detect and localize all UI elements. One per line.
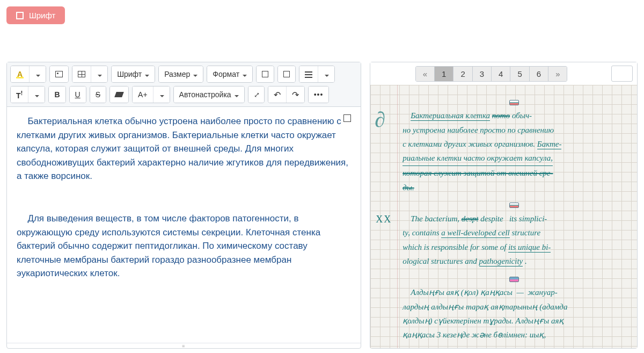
table-icon <box>78 71 85 77</box>
text-color-button[interactable]: A <box>11 66 30 82</box>
caret-icon <box>233 90 239 99</box>
paragraph-2: Для выведения веществ, в том числе факто… <box>17 212 351 280</box>
dots-icon <box>314 90 324 99</box>
font-family-button[interactable]: Шрифт <box>112 66 155 82</box>
paragraph-1: Бактериальная клетка обычно устроена наи… <box>17 114 351 183</box>
editor-toolbar: A Шрифт Размер Формат <box>7 62 361 107</box>
box-button-1[interactable] <box>257 66 274 82</box>
redo-button[interactable] <box>287 87 304 103</box>
hw-line: ды. <box>402 181 625 194</box>
font-label: Шрифт <box>117 70 142 78</box>
hw-line: но устроена наиболее просто по сравнению <box>402 123 625 137</box>
hw-line: Бактериальная клетка пото обыч- <box>402 109 625 123</box>
margin-mark: XX <box>376 211 392 228</box>
underline-button[interactable]: U <box>70 87 86 103</box>
font-top-button[interactable]: Шрифт <box>6 6 65 24</box>
font-size-step-button[interactable]: A+ <box>133 87 153 103</box>
hw-line: қолдың) сүйектерінен тұрады. Алдыңғы аяқ <box>402 314 625 328</box>
pager-next[interactable]: » <box>548 67 567 81</box>
pager-prev[interactable]: « <box>416 67 435 81</box>
box-button-2[interactable] <box>278 66 295 82</box>
caret-icon <box>324 70 329 78</box>
text-format-dropdown[interactable] <box>28 87 45 103</box>
pager: « 1 2 3 4 5 6 » <box>370 62 637 85</box>
hw-line: Алдыңғы аяқ (қол) қаңқасы — жануар- <box>402 285 625 299</box>
hw-line: қаңқасы 3 кезеңде және бөлімнен: иық, <box>402 328 625 342</box>
fullscreen-button[interactable]: ⤢ <box>248 87 264 103</box>
hw-line: ty, contains a well-developed cell struc… <box>402 226 625 240</box>
editor-panel: A Шрифт Размер Формат <box>6 62 361 349</box>
a-plus-icon: A+ <box>138 90 148 99</box>
list-icon <box>305 71 312 77</box>
insert-table-button[interactable] <box>72 66 91 82</box>
corner-marker-icon <box>343 114 351 122</box>
hw-line: с клетками других живых организмов. Бакт… <box>402 137 625 151</box>
caret-icon <box>34 90 39 99</box>
pager-page-3[interactable]: 3 <box>473 67 492 81</box>
preview-panel: « 1 2 3 4 5 6 » ∂ XX Бактериальная клетк… <box>370 62 638 349</box>
caret-icon <box>144 70 149 78</box>
editor-content[interactable]: Бактериальная клетка обычно устроена наи… <box>7 107 361 343</box>
hw-line: ological structures and pathogenicity . <box>402 254 625 268</box>
margin-line <box>397 85 398 348</box>
flag-icon <box>509 203 519 208</box>
undo-button[interactable] <box>268 87 287 103</box>
hw-line: риальные клетки часто окружает капсула, <box>402 151 553 166</box>
hw-line: which is responsible for some of its uni… <box>402 240 625 254</box>
pager-page-6[interactable]: 6 <box>530 67 548 81</box>
doodle-icon: ∂ <box>375 101 385 139</box>
list-button[interactable] <box>299 66 318 82</box>
caret-icon <box>192 70 197 78</box>
flag-icon <box>509 100 519 105</box>
caret-icon <box>159 90 164 99</box>
pager-page-4[interactable]: 4 <box>492 67 510 81</box>
hw-line: которая служит защитой от внешней сре- <box>402 166 625 180</box>
erase-icon <box>114 92 124 97</box>
caret-icon <box>241 70 247 78</box>
pager-page-2[interactable]: 2 <box>453 67 472 81</box>
resize-handle[interactable]: ≡ <box>7 343 361 348</box>
format-button[interactable]: Формат <box>207 66 252 82</box>
hw-line: The bacterium, despt despite its simplic… <box>402 212 625 226</box>
autofit-button[interactable]: Автонастройка <box>174 87 244 103</box>
insert-table-dropdown[interactable] <box>91 66 107 82</box>
font-size-step-dropdown[interactable] <box>153 87 170 103</box>
hw-line: лардың алдыңғы тарақ аяқтарының (адамда <box>402 300 625 314</box>
expand-icon: ⤢ <box>254 91 259 99</box>
handwriting-page: ∂ XX Бактериальная клетка пото обыч- но … <box>370 85 637 348</box>
pager-input[interactable] <box>611 66 633 82</box>
pager-page-5[interactable]: 5 <box>510 67 529 81</box>
text-color-icon: A <box>16 70 24 78</box>
pager-list: « 1 2 3 4 5 6 » <box>415 66 568 82</box>
caret-icon <box>35 70 40 78</box>
format-label: Формат <box>213 70 239 78</box>
underline-icon: U <box>75 90 80 99</box>
undo-icon <box>274 90 281 100</box>
bold-button[interactable]: B <box>49 87 65 103</box>
square-icon <box>16 12 24 19</box>
square-icon <box>262 71 268 77</box>
insert-image-button[interactable] <box>50 66 68 82</box>
t-label: T! <box>16 89 23 100</box>
autofit-label: Автонастройка <box>179 90 231 99</box>
strike-button[interactable]: S <box>90 87 106 103</box>
image-icon <box>55 71 63 77</box>
font-top-label: Шрифт <box>29 11 55 20</box>
list-dropdown[interactable] <box>318 66 334 82</box>
more-button[interactable] <box>309 87 329 103</box>
bold-icon: B <box>54 90 60 99</box>
flag-icon <box>509 277 519 282</box>
strike-icon: S <box>96 90 100 99</box>
text-format-button[interactable]: T! <box>11 87 28 103</box>
pager-page-1[interactable]: 1 <box>435 67 453 81</box>
redo-icon <box>292 90 299 100</box>
size-label: Размер <box>164 70 190 78</box>
caret-icon <box>97 70 102 78</box>
font-size-button[interactable]: Размер <box>159 66 203 82</box>
text-color-dropdown[interactable] <box>30 66 46 82</box>
erase-button[interactable] <box>110 87 128 103</box>
square-icon <box>283 71 290 77</box>
